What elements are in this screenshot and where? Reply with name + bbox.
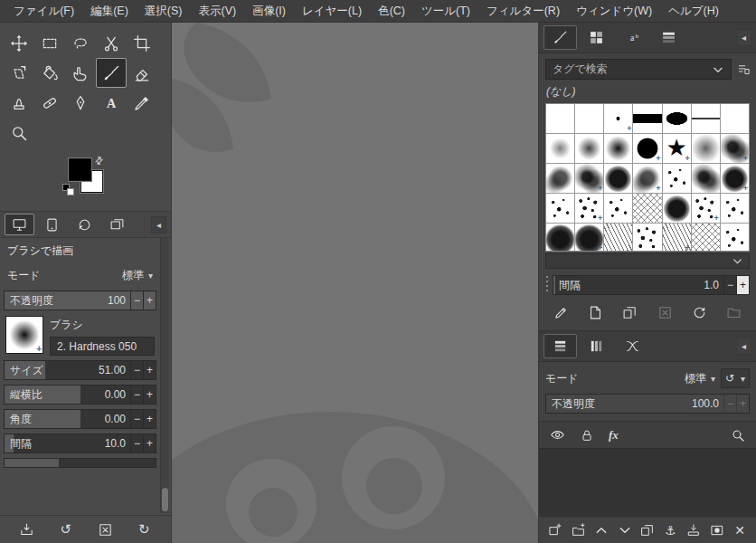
brush-cell-blank[interactable] [721, 104, 749, 133]
menu-image[interactable]: 画像(I) [244, 0, 294, 23]
menu-select[interactable]: 選択(S) [137, 0, 191, 23]
brush-cell-grunge1[interactable] [692, 164, 720, 193]
menu-layer[interactable]: レイヤー(L) [294, 0, 370, 23]
new-layer-group-button[interactable] [569, 520, 589, 540]
brush-cell-scratch[interactable]: + [663, 224, 691, 252]
tab-images[interactable] [102, 214, 132, 235]
duplicate-brush-button[interactable] [619, 301, 641, 323]
clipped-slider[interactable] [4, 458, 156, 468]
menu-windows[interactable]: ウィンドウ(W) [568, 0, 660, 23]
brush-cell-soft2[interactable] [575, 134, 603, 163]
brush-name-value[interactable]: 2. Hardness 050 [50, 337, 155, 356]
brush-cell-grunge1[interactable]: + [575, 164, 603, 193]
heal-tool[interactable] [34, 88, 65, 118]
brush-spacing-slider[interactable]: 間隔 1.0 − + [553, 275, 750, 295]
tab-brushes[interactable] [543, 25, 577, 50]
swap-colors-icon[interactable]: ⇄ [92, 154, 107, 168]
scissors-select-tool[interactable] [96, 28, 127, 58]
brush-cell-speck2[interactable]: + [692, 194, 720, 223]
brush-cell-speck2[interactable] [633, 224, 661, 252]
layer-opacity-decrement-button[interactable]: − [723, 395, 736, 413]
opacity-slider[interactable]: 不透明度 100 − + [4, 291, 156, 310]
aspect-ratio-slider[interactable]: 縦横比 0.00 − + [4, 385, 156, 405]
brush-spacing-decrement-button[interactable]: − [723, 276, 736, 294]
brush-cell-speck2[interactable]: + [575, 194, 603, 223]
text-tool[interactable]: A [96, 88, 127, 118]
brush-cell-grunge3[interactable] [663, 194, 691, 223]
reset-tool-options-button[interactable]: ↻ [133, 519, 155, 540]
brush-preview[interactable]: + [5, 316, 43, 354]
brush-cell-dark1[interactable]: + [575, 224, 603, 252]
brush-cell-hbar[interactable] [633, 104, 661, 133]
free-select-tool[interactable] [65, 28, 96, 58]
search-layers-icon[interactable] [731, 428, 745, 443]
spacing-increment-button[interactable]: + [143, 434, 156, 452]
aspect-decrement-button[interactable]: − [130, 386, 143, 404]
brush-cell-speck1[interactable] [721, 224, 749, 252]
tab-tool-options[interactable] [5, 214, 34, 235]
spacing-slider[interactable]: 間隔 10.0 − + [4, 433, 156, 453]
tool-options-scrollbar[interactable] [160, 238, 169, 513]
layers-dock-menu-button[interactable]: ◂ [736, 338, 751, 355]
delete-layer-button[interactable]: ✕ [730, 520, 750, 540]
brush-cell-scratch[interactable] [604, 224, 632, 252]
lock-icon[interactable] [580, 428, 594, 443]
aspect-increment-button[interactable]: + [143, 386, 156, 404]
size-decrement-button[interactable]: − [130, 361, 143, 379]
brush-cell-grunge3[interactable] [604, 164, 632, 193]
paintbrush-tool[interactable] [96, 58, 127, 88]
spacing-decrement-button[interactable]: − [130, 434, 143, 452]
brush-cell-dark1[interactable] [546, 224, 574, 252]
visibility-eye-icon[interactable] [550, 427, 565, 443]
paint-mode-row[interactable]: モード 標準 ▾ [4, 264, 156, 286]
opacity-decrement-button[interactable]: − [130, 291, 143, 310]
brush-cell-grunge1[interactable]: + [721, 134, 749, 163]
brush-cell-speck1[interactable] [663, 164, 691, 193]
mode-value[interactable]: 標準 [122, 268, 144, 283]
brush-grid-expander[interactable] [545, 253, 750, 269]
size-increment-button[interactable]: + [143, 361, 156, 379]
tab-channels[interactable] [580, 334, 613, 358]
lower-layer-button[interactable] [615, 520, 635, 540]
brush-cell-blank[interactable] [575, 104, 603, 133]
brush-cell-fuzzy[interactable] [692, 134, 720, 163]
layer-list[interactable] [539, 449, 756, 517]
opacity-increment-button[interactable]: + [143, 291, 156, 310]
mode-group-switch-button[interactable]: ↺ ▾ [721, 368, 750, 388]
scrollbar-thumb[interactable] [162, 488, 168, 511]
brush-cell-ellipse[interactable] [663, 104, 691, 133]
menu-filters[interactable]: フィルター(R) [478, 0, 568, 23]
color-picker-tool[interactable] [127, 88, 157, 118]
angle-decrement-button[interactable]: − [130, 410, 143, 428]
tag-search-combo[interactable]: タグで検索 [545, 59, 732, 80]
duplicate-layer-button[interactable] [638, 520, 657, 540]
brush-cell-net[interactable] [633, 194, 661, 223]
brush-cell-grunge3[interactable]: + [721, 164, 749, 193]
brush-cell-grunge2[interactable] [546, 164, 574, 193]
brush-cell-soft1[interactable] [546, 134, 574, 163]
menu-view[interactable]: 表示(V) [190, 0, 244, 23]
new-layer-button[interactable] [545, 520, 565, 540]
menu-tools[interactable]: ツール(T) [413, 0, 478, 23]
layer-opacity-slider[interactable]: 不透明度 100.0 − + [545, 394, 750, 414]
refresh-brushes-button[interactable] [689, 301, 711, 323]
add-layer-mask-button[interactable] [707, 520, 727, 540]
delete-tool-preset-button[interactable] [94, 519, 116, 540]
angle-increment-button[interactable]: + [143, 410, 156, 428]
brush-cell-circle[interactable]: + [633, 134, 661, 163]
brush-cell-star[interactable]: ★+ [663, 134, 691, 163]
active-tag[interactable]: (なし) [546, 84, 749, 100]
open-brush-as-image-button[interactable] [723, 301, 745, 323]
zoom-tool[interactable] [4, 118, 34, 148]
raise-layer-button[interactable] [591, 520, 611, 540]
layer-opacity-increment-button[interactable]: + [736, 395, 749, 413]
tag-options-icon[interactable] [735, 62, 751, 78]
layer-mode-value[interactable]: 標準 [685, 371, 706, 386]
transform-tool[interactable] [4, 58, 34, 88]
save-tool-preset-button[interactable] [16, 519, 38, 540]
tab-paths[interactable] [616, 334, 649, 358]
brush-cell-grunge2[interactable]: + [633, 164, 661, 193]
size-slider[interactable]: サイズ 51.00 − + [4, 360, 156, 380]
tab-patterns[interactable] [580, 25, 613, 50]
ink-tool[interactable] [65, 88, 96, 118]
